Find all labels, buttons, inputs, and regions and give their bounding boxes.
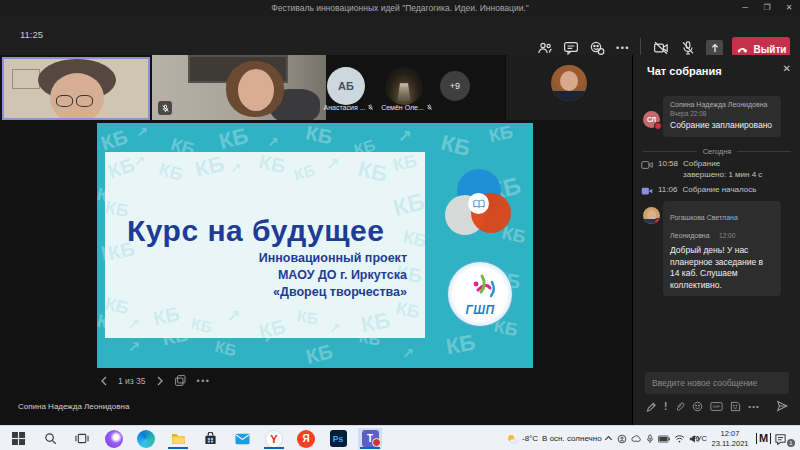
microphone-tray-icon[interactable] [646,434,654,444]
more-participants-badge[interactable]: +9 [440,71,470,101]
presence-dot [654,122,662,130]
chat-close-icon[interactable]: ✕ [783,63,791,74]
mic-off-icon [367,104,374,111]
meeting-timer: 11:25 [20,29,43,40]
kb-pattern-glyph: КБ [304,123,334,148]
send-icon[interactable] [776,400,788,412]
kb-pattern-glyph: КБ [106,154,137,181]
leave-button-label: Выйти [754,44,787,55]
language-indicator[interactable]: РУС [692,426,707,450]
chat-panel-title: Чат собрания [647,65,722,77]
slide-subtitle: Инновационный проект МАОУ ДО г. Иркутска… [259,250,407,301]
maximize-icon[interactable]: ❐ [756,0,778,16]
search-icon[interactable] [38,428,62,449]
slide-position: 1 из 35 [118,376,146,386]
avatar-initials[interactable]: АБ [327,67,365,105]
sticker-icon[interactable] [730,401,741,412]
teams-app-icon[interactable]: T [358,428,382,449]
video-tile-2[interactable] [152,55,326,120]
kb-pattern-glyph: КБ [439,132,473,160]
clock-date: 23.11.2021 [710,439,750,449]
prev-slide-icon[interactable] [100,376,108,386]
gshp-badge: ГШП [447,261,513,327]
battery-icon[interactable] [658,435,670,443]
priority-icon[interactable]: ! [664,401,667,412]
kb-pattern-glyph: КБ [304,341,335,367]
chat-input[interactable] [645,372,789,394]
message-text: Собрание запланировано [670,120,774,132]
people-tray-icon[interactable] [617,434,627,444]
weather-widget[interactable]: -8°C В осн. солнечно [506,426,602,450]
yandex-icon[interactable]: Я [294,428,318,449]
weather-desc: В осн. солнечно [542,434,602,443]
file-explorer-icon[interactable] [166,428,190,449]
participant-label: Семён Оле... [378,104,436,111]
kb-pattern-glyph: КБ [190,315,215,336]
slides-grid-icon[interactable] [174,374,187,387]
windows-taskbar: Y Я Ps T -8°C В осн. солнечно РУС 12:07 … [0,425,800,450]
kb-pattern-glyph: ↗ [128,339,141,354]
message-author: Сопина Надежда Леонидовна [670,101,774,108]
chat-message: Рогашкова Светлана Леонидовна 12:00 Добр… [663,201,781,296]
mic-off-icon [426,104,433,111]
nav-more-icon[interactable]: ••• [197,376,211,386]
video-tile-avatar[interactable] [505,55,632,120]
kb-pattern-glyph: ↗ [398,128,412,145]
kb-pattern-glyph: КБ [292,162,317,183]
clock-time: 12:07 [710,429,750,439]
kb-pattern-glyph: ↗ [402,346,414,360]
presence-dot [654,218,660,224]
window-titlebar: Фестиваль инновационных идей "Педагогика… [0,0,800,16]
kb-pattern-glyph: КБ [157,160,185,184]
kb-pattern-glyph: КБ [99,127,130,154]
kb-pattern-glyph: КБ [395,299,422,322]
chat-avatar [643,207,660,224]
minimize-icon[interactable]: ─ [734,0,756,16]
book-icon [468,193,489,214]
badge-figures [460,270,500,306]
circles-logo [445,169,513,239]
day-divider: Сегодня [643,147,791,156]
network-icon[interactable] [674,434,685,443]
kb-pattern-glyph: КБ [151,304,181,329]
tray-expand-icon[interactable] [604,434,613,443]
meeting-event: 11:06 Собрание началось [641,185,762,196]
microsoft-store-icon[interactable] [198,428,222,449]
kb-pattern-glyph: КБ [213,339,238,360]
start-button[interactable] [6,428,30,449]
mail-app-icon[interactable] [230,428,254,449]
kb-pattern-glyph: КБ [401,227,425,250]
kb-pattern-glyph: ↗ [230,161,242,175]
edge-browser-icon[interactable] [134,428,158,449]
close-icon[interactable]: ✕ [778,0,800,16]
attach-icon[interactable] [674,401,685,412]
yandex-browser-icon[interactable]: Y [262,428,286,449]
kb-pattern-glyph: КБ [356,158,390,186]
avatar-photo-bridge[interactable] [385,67,423,105]
action-center-icon[interactable]: 1 [774,426,787,450]
alice-assistant-icon[interactable] [102,428,126,449]
gif-icon[interactable]: GIF [710,401,723,412]
meeting-stage: АБ +9 Анастасия ... Семён Оле... КБ↗КБКБ… [0,55,632,425]
sun-cloud-icon [506,433,518,445]
slide-title: Курс на будущее [127,214,384,248]
task-view-icon[interactable] [70,428,94,449]
message-text: Добрый день! У нас планерное заседание в… [670,245,774,291]
compose-toolbar: ! GIF ••• [646,400,788,412]
kb-pattern-glyph: КБ [296,308,320,327]
mail-tray-icon[interactable]: М [755,426,771,450]
emoji-icon[interactable] [692,401,703,412]
kb-pattern-glyph: ↗ [227,308,241,325]
share-screen-icon[interactable] [706,40,723,57]
system-tray [604,426,700,450]
onedrive-icon[interactable] [631,434,642,443]
format-icon[interactable] [646,401,657,412]
compose-more-icon[interactable]: ••• [748,402,759,411]
next-slide-icon[interactable] [156,376,164,386]
video-tile-speaker[interactable] [2,57,150,120]
meeting-toolbar: 11:25 ••• [0,16,800,55]
photoshop-icon[interactable]: Ps [326,428,350,449]
clock[interactable]: 12:07 23.11.2021 [710,429,750,448]
kb-pattern-glyph: КБ [359,310,392,337]
background-frame [12,69,40,89]
